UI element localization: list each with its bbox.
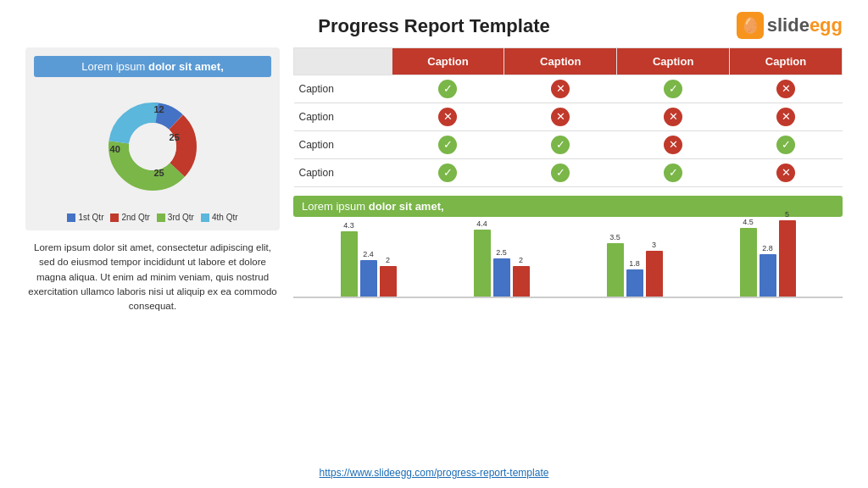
x-icon: ✕	[438, 108, 457, 126]
bar-value: 1.8	[629, 259, 640, 268]
bar-value: 4.5	[743, 218, 754, 226]
table-row: Caption ✓ ✕ ✓ ✕	[294, 75, 843, 103]
cell: ✓	[504, 159, 617, 187]
bar-value: 2.4	[363, 250, 374, 258]
cell: ✕	[617, 131, 730, 159]
bar-value: 2.8	[762, 244, 773, 252]
check-icon: ✓	[438, 164, 457, 182]
x-icon: ✕	[776, 108, 795, 126]
bar-orange	[646, 251, 663, 297]
bar-wrap: 4.5	[740, 218, 757, 297]
bar-green	[607, 243, 624, 297]
check-icon: ✓	[551, 136, 570, 154]
svg-rect-8	[201, 214, 209, 222]
bar-green	[740, 228, 757, 297]
chart-box: Lorem ipsum dolor sit amet,	[25, 47, 280, 230]
legend-2nd: 2nd Qtr	[110, 213, 149, 222]
bar-value: 5	[785, 210, 789, 219]
bar-orange	[779, 220, 796, 297]
table-row: Caption ✓ ✓ ✓ ✕	[294, 159, 843, 187]
col-header-2: Caption	[504, 48, 617, 75]
bar-value: 3	[652, 241, 656, 249]
bar-wrap: 2.8	[760, 244, 776, 297]
cell: ✕	[504, 75, 617, 103]
bar-section: Lorem ipsum dolor sit amet, 4.3 2.4	[293, 196, 843, 459]
page-title: Progress Report Template	[318, 15, 549, 37]
x-icon: ✕	[664, 136, 682, 154]
row-label: Caption	[294, 75, 392, 103]
cell: ✕	[730, 103, 843, 131]
segment-label-4: 25	[153, 168, 164, 178]
bar-orange	[513, 266, 530, 297]
cell: ✕	[617, 103, 730, 131]
bar-blue	[360, 260, 377, 297]
row-label: Caption	[294, 159, 392, 187]
donut-chart: 12 25 40 25	[93, 87, 212, 206]
bar-chart: 4.3 2.4 2	[293, 222, 843, 298]
left-panel: Lorem ipsum dolor sit amet,	[25, 47, 280, 459]
bar-value: 4.4	[476, 219, 487, 228]
svg-point-4	[129, 123, 176, 170]
legend-4th: 4th Qtr	[201, 213, 238, 222]
cell: ✕	[730, 75, 843, 103]
cell: ✓	[504, 131, 617, 159]
bar-wrap: 2.5	[493, 248, 510, 297]
segment-label-2: 25	[170, 132, 180, 142]
cell: ✕	[730, 159, 843, 187]
bar-blue	[760, 254, 776, 297]
main-content: Lorem ipsum dolor sit amet,	[25, 47, 843, 459]
logo-text: slideegg	[767, 14, 843, 36]
check-icon: ✓	[664, 164, 682, 182]
bar-wrap: 5	[779, 210, 796, 297]
check-icon: ✓	[664, 80, 682, 98]
table-row: Caption ✕ ✕ ✕ ✕	[294, 103, 843, 131]
segment-label-3: 40	[110, 144, 120, 154]
bar-blue	[626, 269, 643, 297]
bar-wrap: 2.4	[360, 250, 377, 297]
bar-group-4: 4.5 2.8 5	[701, 210, 834, 297]
legend-3rd: 3rd Qtr	[157, 213, 194, 222]
check-icon: ✓	[438, 80, 457, 98]
bar-wrap: 1.8	[626, 259, 643, 297]
right-panel: Caption Caption Caption Caption Caption …	[293, 47, 843, 459]
cell: ✓	[730, 131, 843, 159]
bar-value: 2.5	[496, 248, 507, 257]
bar-value: 2	[386, 256, 390, 264]
bar-green	[474, 230, 491, 297]
legend-label-3: 3rd Qtr	[168, 213, 194, 222]
cell: ✓	[617, 159, 730, 187]
cell: ✓	[392, 131, 504, 159]
bar-value: 3.5	[609, 233, 620, 241]
x-icon: ✕	[776, 80, 795, 98]
logo-icon: 🥚	[737, 12, 764, 39]
x-icon: ✕	[776, 164, 795, 182]
col-header-3: Caption	[617, 48, 730, 75]
bar-value: 4.3	[343, 221, 354, 230]
cell: ✓	[392, 159, 504, 187]
bar-value: 2	[519, 256, 523, 264]
col-header-4: Caption	[730, 48, 843, 75]
x-icon: ✕	[551, 80, 570, 98]
cell: ✓	[617, 75, 730, 103]
bar-group-3: 3.5 1.8 3	[568, 233, 701, 297]
col-header-0	[294, 48, 392, 75]
legend-label-2: 2nd Qtr	[121, 213, 149, 222]
x-icon: ✕	[664, 108, 682, 126]
legend: 1st Qtr 2nd Qtr 3rd Qtr 4th Qtr	[67, 213, 237, 222]
chart-box-title: Lorem ipsum dolor sit amet,	[34, 56, 271, 77]
table-row: Caption ✓ ✓ ✕ ✓	[294, 131, 843, 159]
bar-blue	[493, 258, 510, 297]
bar-wrap: 4.3	[341, 221, 358, 297]
x-icon: ✕	[551, 108, 570, 126]
caption-table: Caption Caption Caption Caption Caption …	[293, 47, 843, 187]
legend-label-1: 1st Qtr	[78, 213, 103, 222]
footer-link[interactable]: https://www.slideegg.com/progress-report…	[320, 467, 549, 479]
check-icon: ✓	[551, 164, 570, 182]
segment-label-1: 12	[153, 104, 164, 114]
footer: https://www.slideegg.com/progress-report…	[25, 464, 843, 480]
page: Progress Report Template 🥚 slideegg Lore…	[0, 0, 868, 488]
row-label: Caption	[294, 131, 392, 159]
bar-wrap: 2	[380, 256, 397, 297]
bar-wrap: 4.4	[474, 219, 491, 297]
bar-group-1: 4.3 2.4 2	[302, 221, 435, 297]
